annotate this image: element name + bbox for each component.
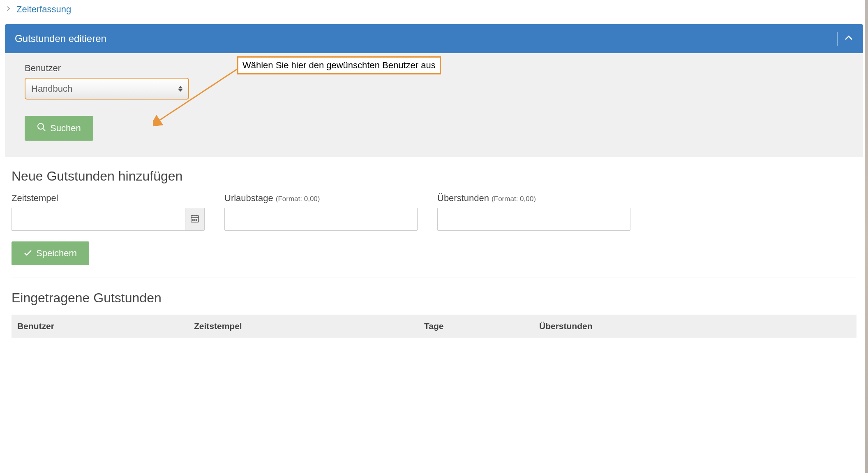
svg-rect-12	[196, 219, 197, 220]
list-section-title: Eingetragene Gutstunden	[12, 290, 856, 306]
calendar-icon	[190, 214, 199, 225]
panel-body: Wählen Sie hier den gewünschten Benutzer…	[5, 53, 863, 157]
svg-rect-10	[192, 219, 194, 220]
search-button[interactable]: Suchen	[25, 116, 93, 141]
callout-annotation: Wählen Sie hier den gewünschten Benutzer…	[237, 56, 441, 74]
svg-rect-14	[194, 220, 196, 221]
user-select-wrap: Handbuch	[25, 78, 189, 100]
column-header-timestamp: Zeitstempel	[194, 321, 424, 331]
vacation-label: Urlaubstage (Format: 0,00)	[224, 193, 418, 204]
section-divider	[12, 278, 856, 278]
panel-title: Gutstunden editieren	[15, 33, 106, 44]
chevron-up-icon[interactable]	[844, 35, 853, 42]
svg-rect-15	[196, 220, 197, 221]
overtime-hint: (Format: 0,00)	[492, 195, 536, 203]
column-header-days: Tage	[424, 321, 539, 331]
svg-line-5	[43, 129, 46, 131]
column-header-overtime: Überstunden	[539, 321, 851, 331]
search-button-label: Suchen	[50, 123, 81, 134]
calendar-button[interactable]	[185, 208, 205, 231]
breadcrumb: Zeiterfassung	[0, 0, 868, 19]
save-button[interactable]: Speichern	[12, 241, 89, 265]
add-section-title: Neue Gutstunden hinzufügen	[12, 169, 856, 184]
breadcrumb-link-zeiterfassung[interactable]: Zeiterfassung	[16, 4, 71, 15]
panel-gutstunden-editieren: Gutstunden editieren Wählen Sie hier den…	[5, 24, 863, 157]
add-form-row: Zeitstempel	[12, 193, 856, 231]
user-select[interactable]: Handbuch	[25, 79, 188, 99]
overtime-label: Überstunden (Format: 0,00)	[437, 193, 630, 204]
search-icon	[37, 123, 46, 134]
svg-point-4	[38, 123, 44, 129]
column-header-user: Benutzer	[17, 321, 194, 331]
svg-rect-11	[194, 219, 196, 220]
timestamp-input[interactable]	[12, 208, 185, 231]
timestamp-label: Zeitstempel	[12, 193, 205, 204]
divider	[837, 32, 838, 46]
right-edge-decoration	[865, 0, 868, 343]
svg-rect-13	[192, 220, 194, 221]
chevron-right-icon	[7, 6, 11, 13]
check-icon	[24, 248, 32, 259]
panel-header: Gutstunden editieren	[5, 24, 863, 53]
table-header: Benutzer Zeitstempel Tage Überstunden	[12, 315, 856, 338]
vacation-input[interactable]	[224, 208, 418, 231]
save-button-label: Speichern	[36, 248, 77, 259]
vacation-hint: (Format: 0,00)	[276, 195, 320, 203]
overtime-input[interactable]	[437, 208, 630, 231]
